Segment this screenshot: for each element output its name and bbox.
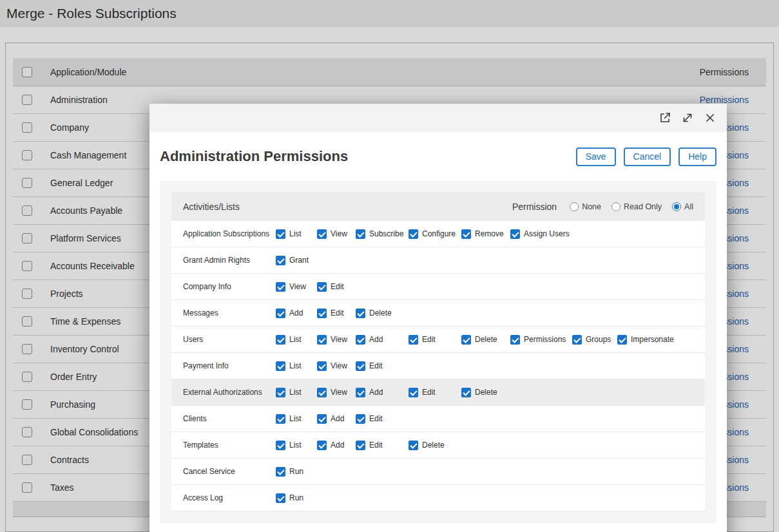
modal-header: Administration Permissions Save Cancel H…: [149, 132, 727, 181]
permission-checkbox[interactable]: Remove: [461, 229, 510, 239]
permission-checkbox[interactable]: Groups: [572, 335, 617, 345]
permission-row: External Authorizations List View: [171, 379, 705, 406]
permission-checkbox[interactable]: List: [276, 388, 317, 397]
permission-checkbox[interactable]: Delete: [356, 309, 409, 318]
permission-row: Users List View: [171, 327, 705, 353]
checkbox-label: Grant: [289, 256, 309, 265]
permission-checkbox[interactable]: View: [317, 361, 356, 371]
permission-checkbox[interactable]: List: [276, 335, 317, 345]
checkbox-label: Edit: [369, 361, 383, 370]
checkbox-icon: [409, 229, 418, 239]
checkbox-label: Edit: [369, 414, 383, 423]
activity-label: Application Subscriptions: [183, 229, 276, 238]
radio-label: None: [582, 202, 601, 211]
permission-checkbox[interactable]: Edit: [356, 441, 409, 450]
checkbox-icon: [276, 282, 285, 292]
activity-label: Messages: [183, 309, 276, 318]
radio-icon: [570, 202, 579, 211]
permission-checkbox[interactable]: Assign Users: [510, 229, 572, 239]
checkbox-icon: [510, 335, 520, 345]
cancel-button[interactable]: Cancel: [624, 147, 671, 166]
checkbox-label: Delete: [475, 335, 497, 344]
permission-checkbox[interactable]: Delete: [461, 335, 510, 345]
checkbox-icon: [317, 229, 327, 239]
permission-radio[interactable]: All: [672, 202, 693, 211]
checkbox-icon: [572, 335, 582, 345]
permission-checkbox[interactable]: Edit: [409, 388, 461, 397]
permission-checkbox[interactable]: Edit: [317, 309, 356, 318]
permission-radio[interactable]: Read Only: [611, 202, 662, 211]
permission-checkbox[interactable]: View: [276, 282, 317, 292]
permission-checkbox[interactable]: Edit: [356, 414, 409, 424]
permission-checkbox[interactable]: Run: [276, 493, 317, 503]
permission-radio-group: None Read Only All: [570, 202, 693, 211]
checkbox-label: Edit: [422, 388, 436, 397]
permission-checkbox[interactable]: List: [276, 229, 317, 239]
permission-row: Clients List Add: [171, 406, 705, 432]
permissions-panel: Activities/Lists Permission None Read On…: [160, 181, 716, 523]
checkbox-icon: [317, 388, 327, 397]
activity-label: Company Info: [183, 282, 276, 291]
activity-label: Cancel Service: [183, 467, 276, 476]
permission-checkbox[interactable]: Subscribe: [356, 229, 409, 239]
radio-icon: [611, 202, 620, 211]
permission-checkbox[interactable]: Delete: [461, 388, 510, 397]
permission-checkbox[interactable]: View: [317, 335, 356, 345]
permission-checkbox[interactable]: Add: [356, 388, 409, 397]
checkbox-label: List: [289, 388, 302, 397]
checkbox-icon: [617, 335, 627, 345]
permission-checkbox[interactable]: Add: [356, 335, 409, 345]
permission-checkbox[interactable]: List: [276, 414, 317, 424]
permission-row: Payment Info List View: [171, 353, 705, 379]
save-button[interactable]: Save: [576, 147, 616, 166]
checkbox-icon: [461, 388, 471, 397]
permission-checkbox[interactable]: List: [276, 441, 317, 450]
checkbox-icon: [276, 388, 285, 397]
modal-actions: Save Cancel Help: [576, 147, 716, 166]
permission-row: Templates List Add: [171, 432, 705, 459]
permission-checkbox[interactable]: Edit: [409, 335, 461, 345]
checkbox-icon: [356, 441, 365, 450]
checkbox-label: List: [289, 361, 302, 370]
checkbox-label: Add: [369, 388, 383, 397]
checkbox-label: Edit: [369, 441, 383, 450]
checkbox-icon: [356, 388, 365, 397]
checkbox-icon: [356, 229, 365, 239]
checkbox-icon: [276, 467, 285, 477]
checkbox-label: Impersonate: [631, 335, 674, 344]
permission-checkbox[interactable]: View: [317, 388, 356, 397]
permission-checkbox[interactable]: Delete: [409, 441, 461, 450]
permission-radio[interactable]: None: [570, 202, 601, 211]
checkbox-label: View: [331, 229, 347, 238]
permission-checkbox[interactable]: Impersonate: [617, 335, 674, 345]
permission-checkbox[interactable]: Edit: [317, 282, 356, 292]
modal-body: Activities/Lists Permission None Read On…: [149, 181, 727, 523]
permissions-table: Activities/Lists Permission None Read On…: [171, 193, 705, 511]
checkbox-icon: [409, 441, 418, 450]
checkbox-label: Edit: [422, 335, 436, 344]
permission-checkbox[interactable]: Edit: [356, 361, 409, 371]
permission-checkbox[interactable]: Add: [276, 309, 317, 318]
checkbox-label: Delete: [475, 388, 497, 397]
permission-checkbox[interactable]: Configure: [409, 229, 461, 239]
permission-checkbox[interactable]: Permissions: [510, 335, 572, 345]
checkbox-icon: [461, 229, 471, 239]
checkbox-icon: [276, 361, 285, 371]
permission-checkbox[interactable]: Run: [276, 467, 317, 477]
popout-icon[interactable]: [659, 111, 671, 124]
permission-checkbox[interactable]: Add: [317, 441, 356, 450]
checkbox-label: Groups: [586, 335, 611, 344]
permission-checkbox[interactable]: List: [276, 361, 317, 371]
close-icon[interactable]: [704, 111, 716, 124]
checkbox-icon: [276, 229, 285, 239]
checkbox-label: Remove: [475, 229, 504, 238]
help-button[interactable]: Help: [678, 147, 716, 166]
checkbox-icon: [409, 388, 418, 397]
permission-checkbox[interactable]: Grant: [276, 256, 317, 265]
radio-label: All: [684, 202, 693, 211]
permission-checkbox[interactable]: Add: [317, 414, 356, 424]
maximize-icon[interactable]: [681, 111, 694, 124]
checkbox-icon: [356, 335, 365, 345]
activity-label: Clients: [183, 414, 276, 423]
permission-checkbox[interactable]: View: [317, 229, 356, 239]
